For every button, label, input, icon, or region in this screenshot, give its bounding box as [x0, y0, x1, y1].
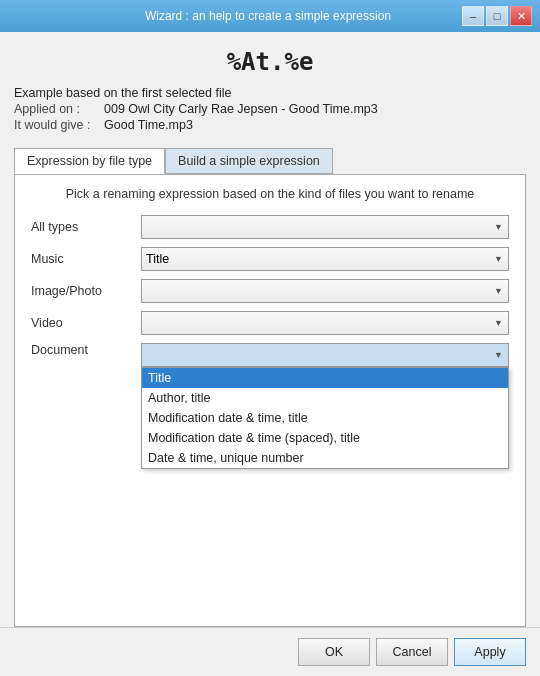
- document-dropdown-list: Title Author, title Modification date & …: [141, 367, 509, 469]
- document-dropdown-input[interactable]: ▼: [141, 343, 509, 367]
- cancel-button[interactable]: Cancel: [376, 638, 448, 666]
- info-section: Example based on the first selected file…: [14, 86, 526, 134]
- document-dropdown-arrow: ▼: [494, 350, 503, 360]
- image-photo-row: Image/Photo: [31, 279, 509, 303]
- applied-on-value: 009 Owl City Carly Rae Jepsen - Good Tim…: [104, 102, 378, 116]
- document-label: Document: [31, 343, 141, 357]
- applied-on-label: Applied on :: [14, 102, 104, 116]
- main-content: %At.%e Example based on the first select…: [0, 32, 540, 627]
- video-label: Video: [31, 316, 141, 330]
- image-photo-select-wrapper[interactable]: [141, 279, 509, 303]
- tab-build-simple-expression[interactable]: Build a simple expression: [165, 148, 333, 174]
- all-types-row: All types: [31, 215, 509, 239]
- music-label: Music: [31, 252, 141, 266]
- would-give-label: It would give :: [14, 118, 104, 132]
- all-types-select-wrapper[interactable]: [141, 215, 509, 239]
- dropdown-item-mod-date-time-title[interactable]: Modification date & time, title: [142, 408, 508, 428]
- ok-button[interactable]: OK: [298, 638, 370, 666]
- image-photo-select[interactable]: [141, 279, 509, 303]
- document-row: Document ▼ Title Author, title Modificat…: [31, 343, 509, 367]
- tab-expression-by-file-type[interactable]: Expression by file type: [14, 148, 165, 174]
- music-row: Music Title: [31, 247, 509, 271]
- music-select-wrapper[interactable]: Title: [141, 247, 509, 271]
- apply-button[interactable]: Apply: [454, 638, 526, 666]
- panel-instruction: Pick a renaming expression based on the …: [31, 187, 509, 201]
- would-give-value: Good Time.mp3: [104, 118, 193, 132]
- dropdown-item-title[interactable]: Title: [142, 368, 508, 388]
- tab-bar: Expression by file type Build a simple e…: [14, 148, 526, 174]
- title-bar: Wizard : an help to create a simple expr…: [0, 0, 540, 32]
- minimize-button[interactable]: –: [462, 6, 484, 26]
- document-dropdown-wrapper[interactable]: ▼ Title Author, title Modification date …: [141, 343, 509, 367]
- all-types-select[interactable]: [141, 215, 509, 239]
- applied-on-row: Applied on : 009 Owl City Carly Rae Jeps…: [14, 102, 526, 116]
- example-text: Example based on the first selected file: [14, 86, 231, 100]
- tab-panel: Pick a renaming expression based on the …: [14, 174, 526, 627]
- dropdown-item-date-time-unique[interactable]: Date & time, unique number: [142, 448, 508, 468]
- image-photo-label: Image/Photo: [31, 284, 141, 298]
- video-select[interactable]: [141, 311, 509, 335]
- video-row: Video: [31, 311, 509, 335]
- video-select-wrapper[interactable]: [141, 311, 509, 335]
- all-types-label: All types: [31, 220, 141, 234]
- maximize-button[interactable]: □: [486, 6, 508, 26]
- title-bar-text: Wizard : an help to create a simple expr…: [74, 9, 462, 23]
- would-give-row: It would give : Good Time.mp3: [14, 118, 526, 132]
- example-row: Example based on the first selected file: [14, 86, 526, 100]
- dropdown-item-author-title[interactable]: Author, title: [142, 388, 508, 408]
- close-button[interactable]: ✕: [510, 6, 532, 26]
- dropdown-item-mod-date-time-spaced[interactable]: Modification date & time (spaced), title: [142, 428, 508, 448]
- bottom-bar: OK Cancel Apply: [0, 627, 540, 676]
- expression-display: %At.%e: [14, 48, 526, 76]
- title-bar-controls: – □ ✕: [462, 6, 532, 26]
- music-select[interactable]: Title: [141, 247, 509, 271]
